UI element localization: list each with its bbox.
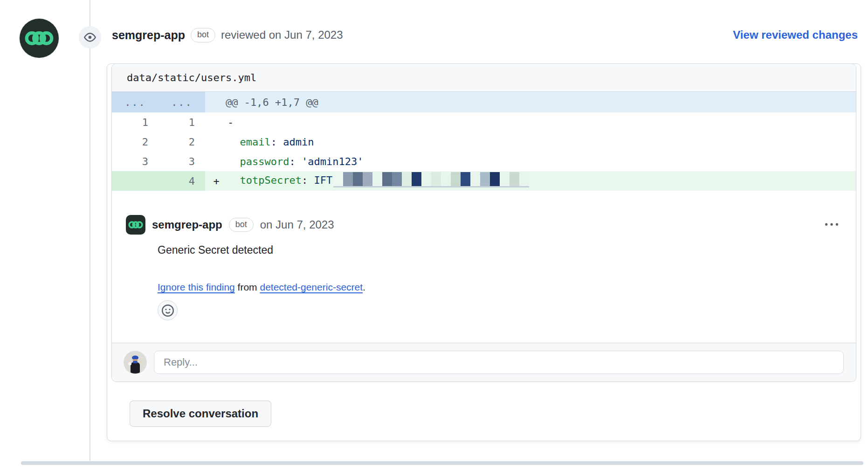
review-header: semgrep-app bot reviewed on Jun 7, 2023 …	[112, 28, 858, 42]
next-item-divider	[21, 461, 863, 465]
timeline-line	[90, 0, 90, 461]
comment-section: semgrep-app bot on Jun 7, 2023 Generic S…	[112, 191, 856, 343]
diff-marker	[205, 152, 227, 171]
diff-code-text: -	[227, 117, 234, 128]
diff-code-text: email: admin	[227, 136, 314, 148]
diff-marker: +	[205, 171, 227, 191]
view-reviewed-changes-link[interactable]: View reviewed changes	[733, 28, 858, 42]
comment-author-name[interactable]: semgrep-app	[152, 218, 222, 231]
diff-line-number-old[interactable]: 2	[112, 132, 158, 152]
diff-row: 3 3 password: 'admin123'	[112, 152, 856, 171]
resolve-row: Resolve conversation	[107, 382, 861, 441]
finding-links-line: Ignore this finding from detected-generi…	[158, 282, 842, 293]
diff-code-text: password: 'admin123'	[227, 156, 363, 167]
reply-footer	[112, 343, 856, 381]
diff-code-cell: -	[227, 112, 856, 132]
diff-line-number-old[interactable]: 1	[112, 112, 158, 132]
review-thread-card: data/static/users.yml ...... @@ -1,6 +1,…	[107, 63, 861, 441]
diff-marker	[205, 112, 227, 132]
diff-rows: ...... @@ -1,6 +1,7 @@ 1 1 - 2 2 email: …	[112, 92, 856, 191]
reviewer-name[interactable]: semgrep-app	[112, 28, 185, 42]
kebab-horizontal-icon	[825, 218, 838, 231]
reviewer-avatar[interactable]	[20, 19, 59, 58]
diff-row: 1 1 -	[112, 112, 856, 132]
diff-file-path[interactable]: data/static/users.yml	[112, 64, 856, 92]
file-diff-card: data/static/users.yml ...... @@ -1,6 +1,…	[111, 63, 856, 382]
hunk-gutter: ......	[112, 92, 205, 112]
hunk-new-ellipsis: ...	[158, 97, 205, 108]
bot-badge: bot	[191, 28, 215, 42]
comment-body: Generic Secret detected Ignore this find…	[158, 244, 842, 320]
diff-code-text: totpSecret: IFT	[227, 174, 529, 186]
finding-title: Generic Secret detected	[158, 244, 842, 256]
semgrep-logo-icon	[24, 23, 55, 54]
diff-table: ...... @@ -1,6 +1,7 @@ 1 1 - 2 2 email: …	[112, 92, 856, 191]
add-reaction-button[interactable]	[158, 300, 178, 320]
diff-line-number-old[interactable]	[112, 171, 158, 191]
ignore-finding-link[interactable]: Ignore this finding	[158, 282, 235, 292]
reply-input[interactable]	[154, 351, 844, 374]
semgrep-logo-icon	[128, 217, 144, 233]
smiley-icon	[162, 305, 174, 317]
pr-review-thread: semgrep-app bot reviewed on Jun 7, 2023 …	[0, 0, 868, 471]
diff-line-number-new[interactable]: 4	[158, 171, 205, 191]
current-user-avatar	[124, 351, 146, 374]
diff-code-cell: password: 'admin123'	[227, 152, 856, 171]
diff-line-number-old[interactable]: 3	[112, 152, 158, 171]
hunk-header-text: @@ -1,6 +1,7 @@	[205, 92, 856, 112]
diff-code-cell: totpSecret: IFT	[227, 171, 856, 191]
comment-author-avatar[interactable]	[126, 215, 145, 235]
diff-line-number-new[interactable]: 2	[158, 132, 205, 152]
diff-marker	[205, 132, 227, 152]
person-photo	[124, 351, 146, 374]
bot-badge: bot	[229, 218, 254, 232]
hunk-old-ellipsis: ...	[112, 97, 158, 108]
diff-code-cell: email: admin	[227, 132, 856, 152]
diff-line-number-new[interactable]: 1	[158, 112, 205, 132]
comment-date[interactable]: on Jun 7, 2023	[260, 218, 334, 231]
diff-row: 2 2 email: admin	[112, 132, 856, 152]
eye-icon	[84, 31, 96, 43]
review-action-text: reviewed on Jun 7, 2023	[221, 28, 343, 42]
diff-row: 4 + totpSecret: IFT	[112, 171, 856, 191]
comment-header: semgrep-app bot on Jun 7, 2023	[126, 215, 842, 235]
period-text: .	[363, 282, 365, 292]
from-text: from	[235, 282, 260, 292]
resolve-conversation-button[interactable]: Resolve conversation	[130, 401, 271, 427]
rule-link[interactable]: detected-generic-secret	[260, 282, 363, 292]
comment-options-button[interactable]	[825, 218, 838, 231]
diff-line-number-new[interactable]: 3	[158, 152, 205, 171]
diff-hunk-row: ...... @@ -1,6 +1,7 @@	[112, 92, 856, 112]
redacted-secret	[333, 172, 529, 187]
review-event-badge	[79, 26, 101, 48]
